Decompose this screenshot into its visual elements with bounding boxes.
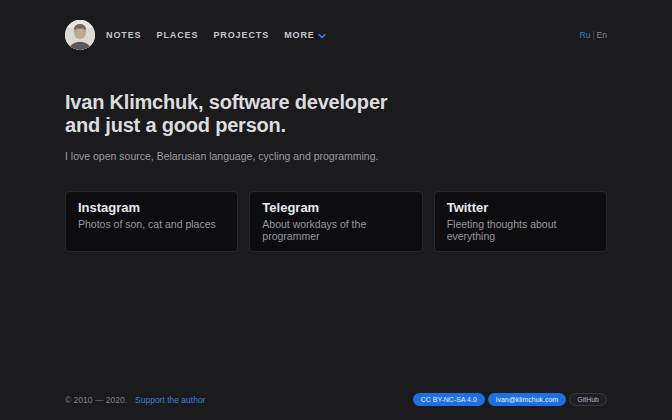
card-instagram-title: Instagram [78,200,225,215]
nav-item-more-label: MORE [284,30,315,40]
page-title-line-1: Ivan Klimchuk, software developer [65,91,607,114]
chevron-down-icon [318,31,326,41]
nav-item-projects[interactable]: PROJECTS [213,30,269,40]
nav-item-more[interactable]: MORE [284,30,326,41]
page-title: Ivan Klimchuk, software developer and ju… [65,91,607,137]
hero-section: Ivan Klimchuk, software developer and ju… [65,91,607,162]
top-nav: NOTES PLACES PROJECTS MORE Ru|En [65,20,607,50]
lang-en-current: En [597,30,607,40]
nav-item-places[interactable]: PLACES [157,30,199,40]
hero-subtitle: I love open source, Belarusian language,… [65,150,607,162]
github-badge[interactable]: GitHub [569,393,607,406]
nav-links: NOTES PLACES PROJECTS MORE [106,30,326,41]
email-badge[interactable]: ivan@klimchuk.com [488,393,566,406]
card-instagram[interactable]: Instagram Photos of son, cat and places [65,191,238,252]
footer-badges: CC BY-NC-SA 4.0 ivan@klimchuk.com GitHub [413,393,607,406]
support-author-link[interactable]: Support the author [135,395,205,405]
page-title-line-2: and just a good person. [65,114,607,137]
social-cards: Instagram Photos of son, cat and places … [65,191,607,252]
card-telegram-title: Telegram [262,200,409,215]
copyright-text: © 2010 — 2020. [65,395,127,405]
card-twitter[interactable]: Twitter Fleeting thoughts about everythi… [434,191,607,252]
language-switcher: Ru|En [580,30,608,40]
card-telegram[interactable]: Telegram About workdays of the programme… [249,191,422,252]
license-badge[interactable]: CC BY-NC-SA 4.0 [413,393,485,406]
avatar-photo [65,20,95,50]
card-twitter-title: Twitter [447,200,594,215]
card-instagram-description: Photos of son, cat and places [78,218,225,230]
card-telegram-description: About workdays of the programmer [262,218,409,242]
card-twitter-description: Fleeting thoughts about everything [447,218,594,242]
lang-divider: | [592,30,594,40]
avatar[interactable] [65,20,95,50]
footer: © 2010 — 2020. Support the author CC BY-… [65,393,607,406]
lang-ru-link[interactable]: Ru [580,30,591,40]
page: NOTES PLACES PROJECTS MORE Ru|En Ivan Kl… [0,0,672,420]
nav-item-notes[interactable]: NOTES [106,30,142,40]
